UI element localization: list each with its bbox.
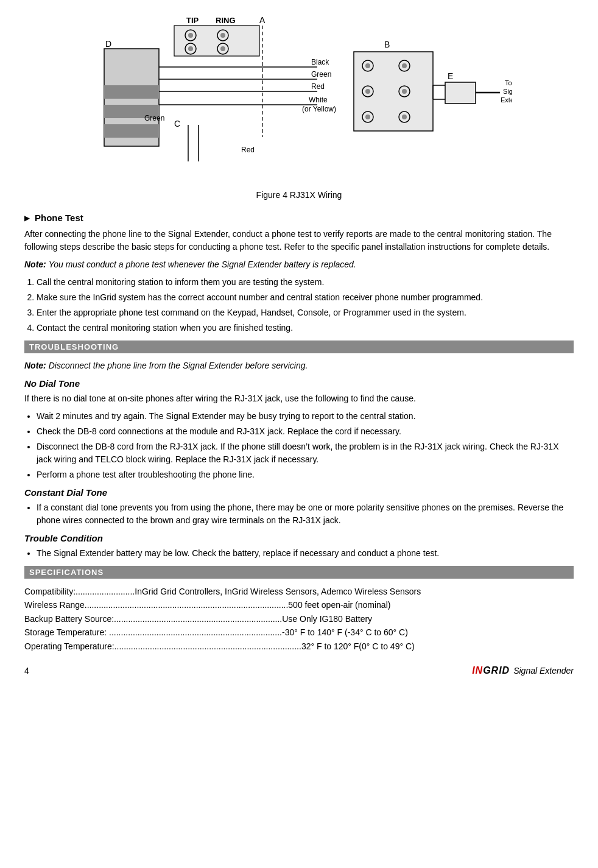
phone-test-section: Phone Test (24, 213, 574, 223)
no-dial-tone-item-1: Wait 2 minutes and try again. The Signal… (37, 410, 574, 423)
svg-point-44 (402, 115, 407, 119)
svg-point-38 (365, 89, 370, 94)
svg-point-36 (402, 63, 407, 68)
spec-row-1: Wireless Range..........................… (24, 598, 574, 612)
svg-point-40 (402, 89, 407, 94)
figure-caption: Figure 4 RJ31X Wiring (24, 189, 574, 202)
step-4: Contact the central monitoring station w… (37, 322, 574, 334)
svg-rect-7 (174, 26, 259, 56)
trouble-condition-item-1: The Signal Extender battery may be low. … (37, 547, 574, 560)
phone-test-intro: After connecting the phone line to the S… (24, 228, 574, 253)
trouble-condition-heading: Trouble Condition (24, 533, 574, 543)
svg-text:Red: Red (311, 82, 325, 91)
svg-text:Extender: Extender (501, 96, 512, 104)
spec-label-2: Backup Battery Source:..................… (24, 612, 282, 626)
svg-rect-1 (104, 85, 159, 99)
step-1: Call the central monitoring station to i… (37, 276, 574, 289)
constant-dial-tone-heading: Constant Dial Tone (24, 487, 574, 498)
brand-area: INGRID Signal Extender (472, 665, 574, 676)
svg-text:D: D (105, 39, 111, 49)
svg-point-13 (188, 46, 193, 51)
troubleshooting-header: TROUBLESHOOTING (24, 340, 574, 353)
note-label: Note: (24, 259, 49, 269)
spec-value-4: 32° F to 120° F(0° C to 49° C) (301, 640, 415, 653)
svg-rect-46 (445, 82, 476, 104)
phone-test-heading: Phone Test (35, 213, 83, 223)
svg-point-34 (365, 63, 370, 68)
svg-text:RING: RING (216, 16, 236, 25)
svg-text:Green: Green (311, 70, 331, 79)
svg-point-11 (220, 33, 225, 38)
brand-logo: INGRID (472, 665, 510, 676)
no-dial-tone-heading: No Dial Tone (24, 378, 574, 389)
spec-label-1: Wireless Range..........................… (24, 598, 288, 612)
step-3: Enter the appropriate phone test command… (37, 306, 574, 319)
svg-text:A: A (259, 15, 266, 25)
spec-value-0: InGrid Grid Controllers, InGrid Wireless… (135, 585, 421, 598)
spec-value-3: -30° F to 140° F (-34° C to 60° C) (282, 626, 408, 639)
no-dial-tone-item-4: Perform a phone test after troubleshooti… (37, 468, 574, 481)
svg-text:To: To (505, 79, 512, 86)
spec-row-4: Operating Temperature:..................… (24, 640, 574, 653)
constant-dial-tone-list: If a constant dial tone prevents you fro… (37, 501, 574, 527)
svg-point-9 (188, 33, 193, 38)
svg-point-42 (365, 115, 370, 119)
svg-text:B: B (384, 40, 390, 49)
no-dial-tone-item-2: Check the DB-8 cord connections at the m… (37, 425, 574, 438)
svg-text:Signal: Signal (503, 88, 512, 95)
spec-label-0: Compatibility:......................... (24, 585, 135, 598)
spec-row-0: Compatibility:......................... … (24, 585, 574, 598)
svg-text:C: C (174, 119, 180, 129)
step-2: Make sure the InGrid system has the corr… (37, 291, 574, 304)
spec-label-4: Operating Temperature:..................… (24, 640, 301, 653)
svg-text:E: E (448, 71, 453, 81)
svg-text:(or Yellow): (or Yellow) (302, 105, 336, 113)
note-label-2: Note: (24, 361, 49, 370)
phone-test-steps: Call the central monitoring station to i… (37, 276, 574, 334)
specifications-header: SPECIFICATIONS (24, 566, 574, 579)
no-dial-tone-item-3: Disconnect the DB-8 cord from the RJ-31X… (37, 440, 574, 466)
spec-label-3: Storage Temperature: ...................… (24, 626, 282, 639)
svg-text:Black: Black (311, 58, 329, 66)
phone-test-note-text: You must conduct a phone test whenever t… (49, 259, 356, 269)
trouble-condition-list: The Signal Extender battery may be low. … (37, 547, 574, 560)
page-number: 4 (24, 666, 29, 676)
svg-rect-3 (104, 124, 159, 138)
wiring-diagram: D TIP RING A Black Green Red White (or Y… (24, 12, 574, 183)
troubleshooting-note: Note: Disconnect the phone line from the… (24, 359, 574, 372)
footer: 4 INGRID Signal Extender (24, 665, 574, 676)
svg-text:TIP: TIP (186, 16, 199, 25)
product-name: Signal Extender (513, 666, 574, 676)
brand-logo-in: IN (472, 665, 483, 676)
spec-row-2: Backup Battery Source:..................… (24, 612, 574, 626)
spec-value-2: Use Only IG180 Battery (282, 612, 372, 626)
constant-dial-tone-item-1: If a constant dial tone prevents you fro… (37, 501, 574, 527)
svg-point-15 (220, 46, 225, 51)
specs-table: Compatibility:......................... … (24, 585, 574, 653)
phone-test-note: Note: You must conduct a phone test when… (24, 258, 574, 271)
no-dial-tone-intro: If there is no dial tone at on-site phon… (24, 392, 574, 405)
svg-text:Red: Red (241, 146, 255, 154)
brand-logo-grid: GRID (483, 665, 510, 676)
svg-text:White: White (309, 96, 328, 104)
troubleshooting-note-text: Disconnect the phone line from the Signa… (49, 361, 308, 370)
spec-value-1: 500 feet open-air (nominal) (288, 598, 390, 612)
svg-text:Green: Green (144, 114, 164, 122)
spec-row-3: Storage Temperature: ...................… (24, 626, 574, 639)
no-dial-tone-list: Wait 2 minutes and try again. The Signal… (37, 410, 574, 481)
